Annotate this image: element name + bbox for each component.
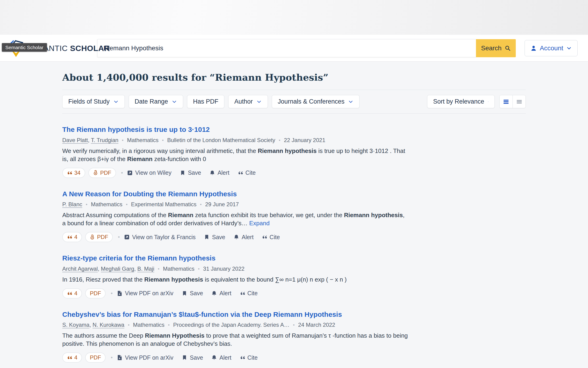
divider-top [62, 90, 526, 90]
pdf-badge[interactable]: PDF [85, 352, 105, 363]
meta-separator-dot: • [168, 322, 170, 328]
save-button[interactable]: Save [182, 354, 203, 361]
meta-separator-dot: • [128, 322, 129, 328]
pdf-badge-label: PDF [90, 290, 101, 297]
author-link[interactable]: N. Kurokawa [93, 322, 124, 328]
view-paper-label: View PDF on arXiv [125, 290, 173, 297]
alert-button[interactable]: Alert [211, 354, 231, 361]
bell-icon [211, 355, 217, 360]
authors-list: P. Blanc [62, 201, 82, 208]
citation-count: 4 [74, 290, 77, 297]
alert-label: Alert [219, 290, 231, 297]
filter-date-range[interactable]: Date Range [129, 95, 183, 108]
user-icon [530, 45, 537, 51]
chevron-down-icon [256, 99, 262, 104]
alert-label: Alert [219, 354, 231, 361]
paper-title-link[interactable]: A New Reason for Doubting the Riemann Hy… [62, 190, 237, 198]
author-link[interactable]: B. Maji [137, 266, 154, 272]
meta-item: 29 June 2017 [205, 201, 239, 208]
bell-icon [210, 170, 215, 176]
save-label: Save [212, 234, 225, 240]
compact-view-button[interactable] [513, 95, 526, 108]
search-button[interactable]: Search [476, 39, 516, 57]
author-link[interactable]: P. Blanc [62, 201, 82, 207]
author-link[interactable]: Meghali Garg [101, 266, 134, 272]
alert-button[interactable]: Alert [234, 234, 254, 240]
list-view-icon [503, 99, 509, 105]
search-input[interactable] [97, 39, 476, 57]
cite-quote-icon [238, 171, 243, 175]
filter-label: Fields of Study [68, 98, 110, 105]
pdf-file-icon [117, 355, 123, 360]
cite-label: Cite [247, 290, 258, 297]
alert-button[interactable]: Alert [210, 169, 229, 176]
save-button[interactable]: Save [182, 290, 203, 297]
actions-separator-dot: • [111, 290, 113, 297]
paper-meta: Dave Platt, T. Trudgian•Mathematics•Bull… [62, 137, 526, 143]
cite-button[interactable]: Cite [240, 290, 258, 297]
meta-item: 22 January 2021 [284, 137, 325, 143]
chevron-down-icon [348, 99, 353, 104]
sort-dropdown[interactable]: Sort by Relevance [427, 95, 495, 108]
author-link[interactable]: T. Trudgian [91, 137, 119, 143]
view-paper-link[interactable]: View on Wiley [127, 169, 172, 176]
search-result: Chebyshev’s bias for Ramanujan’s $\tau$-… [62, 310, 526, 363]
pdf-badge[interactable]: PDF [88, 168, 116, 178]
author-link[interactable]: Dave Platt [62, 137, 88, 143]
view-toggle-group [499, 95, 526, 108]
paper-actions: 4 PDF • View PDF on arXiv Save Alert Ci [62, 288, 526, 298]
meta-separator-dot: • [198, 266, 200, 272]
search-results-page: About 1,400,000 results for “Riemann Hyp… [0, 62, 588, 363]
filter-author[interactable]: Author [228, 95, 268, 108]
save-button[interactable]: Save [180, 169, 201, 176]
actions-separator-dot: • [111, 354, 113, 361]
pdf-badge[interactable]: PDF [85, 232, 113, 242]
alert-button[interactable]: Alert [211, 290, 231, 297]
comfortable-view-button[interactable] [500, 95, 513, 108]
paper-title-link[interactable]: Riesz-type criteria for the Riemann hypo… [62, 254, 216, 262]
logo-area[interactable]: SEMANTIC SCHOLAR Semantic Scholar [0, 35, 97, 61]
paper-meta: Archit Agarwal, Meghali Garg, B. Maji•Ma… [62, 266, 526, 272]
pdf-badge-label: PDF [90, 354, 101, 361]
citation-count-badge[interactable]: 4 [62, 352, 82, 363]
view-paper-link[interactable]: View PDF on arXiv [117, 354, 173, 361]
view-paper-label: View PDF on arXiv [125, 354, 173, 361]
pdf-badge[interactable]: PDF [85, 288, 105, 298]
filter-journals-conferences[interactable]: Journals & Conferences [272, 95, 360, 108]
view-paper-label: View on Taylor & Francis [132, 234, 196, 240]
filter-fields-of-study[interactable]: Fields of Study [62, 95, 125, 108]
expand-abstract-link[interactable]: Expand [249, 220, 270, 227]
account-button[interactable]: Account [525, 40, 578, 56]
filter-has-pdf[interactable]: Has PDF [187, 95, 225, 108]
cite-button[interactable]: Cite [238, 169, 255, 176]
citation-quote-icon [67, 235, 72, 239]
cite-label: Cite [270, 234, 280, 240]
pdf-file-icon [117, 291, 123, 296]
view-paper-link[interactable]: View PDF on arXiv [117, 290, 173, 297]
author-link[interactable]: S. Koyama [62, 322, 89, 328]
cite-label: Cite [246, 169, 255, 176]
cite-quote-icon [240, 291, 245, 295]
citation-count-badge[interactable]: 34 [62, 168, 85, 178]
citation-count: 4 [74, 354, 77, 361]
cite-button[interactable]: Cite [262, 234, 280, 240]
alert-label: Alert [218, 169, 229, 176]
bookmark-icon [180, 170, 185, 176]
meta-separator-dot: • [162, 138, 164, 143]
cite-button[interactable]: Cite [240, 354, 258, 361]
citation-count: 34 [74, 170, 80, 176]
site-header: SEMANTIC SCHOLAR Semantic Scholar Search… [0, 35, 588, 62]
paper-title-link[interactable]: Chebyshev’s bias for Ramanujan’s $\tau$-… [62, 311, 342, 318]
results-summary-heading: About 1,400,000 results for “Riemann Hyp… [62, 72, 526, 83]
divider-filters [62, 113, 526, 114]
paper-abstract: We verify numerically, in a rigorous way… [62, 147, 410, 163]
search-icon [505, 45, 511, 51]
paper-abstract: Abstract Assuming computations of the Ri… [62, 211, 410, 227]
citation-count-badge[interactable]: 4 [62, 288, 82, 298]
save-button[interactable]: Save [204, 234, 225, 240]
paper-title-link[interactable]: The Riemann hypothesis is true up to 3·1… [62, 126, 210, 133]
author-link[interactable]: Archit Agarwal [62, 266, 98, 272]
view-paper-link[interactable]: View on Taylor & Francis [124, 234, 196, 240]
view-paper-label: View on Wiley [135, 169, 172, 176]
citation-count-badge[interactable]: 4 [62, 232, 82, 242]
